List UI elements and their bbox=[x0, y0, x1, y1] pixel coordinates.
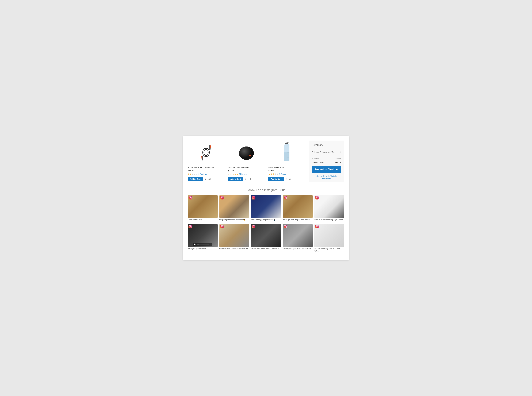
instagram-image-10 bbox=[314, 224, 344, 247]
instagram-caption-2: it's giving summer & coolness 😎 bbox=[219, 219, 249, 221]
svg-point-47 bbox=[286, 197, 286, 197]
svg-rect-8 bbox=[210, 146, 211, 146]
product-card-1: Pursuit Lumaflex™ Tone Band $16.00 ★ ★ ★… bbox=[188, 140, 224, 182]
product-image-1 bbox=[188, 140, 224, 164]
stars-3: ★ ★ ★ ★ ★ bbox=[268, 173, 279, 175]
product-actions-2: Add to Cart ♥ bbox=[228, 177, 265, 181]
instagram-grid-row-1: Finest leather bag it's giving summer & … bbox=[188, 195, 344, 221]
product-image-svg-1 bbox=[199, 142, 213, 163]
instagram-post-9[interactable]: Tie the (friend) knot The sneaker coll..… bbox=[283, 224, 313, 252]
compare-button-1[interactable] bbox=[208, 177, 211, 181]
svg-point-67 bbox=[286, 226, 286, 226]
svg-rect-10 bbox=[210, 147, 211, 148]
svg-rect-11 bbox=[210, 148, 211, 149]
video-overlay-6: ⋮ bbox=[193, 243, 212, 246]
instagram-icon-5 bbox=[315, 196, 319, 199]
svg-rect-21 bbox=[285, 143, 288, 144]
instagram-post-4[interactable]: We've got your 'bag'! Finest leather ... bbox=[283, 195, 313, 221]
instagram-post-5[interactable]: Like...autumn is coming & you are th... bbox=[314, 195, 344, 221]
svg-rect-13 bbox=[209, 179, 210, 180]
compare-icon-2 bbox=[249, 178, 251, 180]
wishlist-button-2[interactable]: ♥ bbox=[245, 177, 247, 181]
svg-rect-6 bbox=[201, 159, 202, 159]
order-total-value: $34.00 bbox=[335, 161, 341, 164]
svg-rect-18 bbox=[249, 179, 249, 180]
instagram-caption-1: Finest leather bag bbox=[188, 219, 218, 221]
reviews-link-3[interactable]: 1 Review bbox=[279, 173, 286, 175]
instagram-image-4 bbox=[283, 195, 313, 218]
svg-point-55 bbox=[191, 226, 191, 226]
wishlist-button-1[interactable]: ♥ bbox=[204, 177, 207, 181]
chevron-down-icon: ∨ bbox=[340, 151, 341, 153]
svg-point-17 bbox=[249, 155, 251, 156]
star-3-5: ★ bbox=[277, 173, 279, 175]
stars-1: ★ ★ ★ ★ ★ bbox=[188, 173, 198, 175]
svg-point-59 bbox=[222, 226, 223, 226]
instagram-image-3 bbox=[251, 195, 281, 218]
products-area: Pursuit Lumaflex™ Tone Band $16.00 ★ ★ ★… bbox=[188, 140, 305, 182]
main-card: Pursuit Lumaflex™ Tone Band $16.00 ★ ★ ★… bbox=[183, 136, 349, 260]
instagram-icon-2 bbox=[220, 196, 223, 199]
star-2-4: ★ bbox=[234, 173, 236, 175]
add-to-cart-button-3[interactable]: Add to Cart bbox=[268, 177, 284, 181]
order-total-row: Order Total $34.00 bbox=[312, 161, 341, 164]
instagram-image-wrap-5 bbox=[314, 195, 344, 218]
instagram-post-1[interactable]: Finest leather bag bbox=[188, 195, 218, 221]
instagram-post-3[interactable]: Some white(s) for girls night 📱 bbox=[251, 195, 281, 221]
progress-bar-6 bbox=[197, 244, 209, 245]
svg-point-51 bbox=[318, 197, 318, 197]
summary-divider bbox=[312, 149, 341, 149]
stars-2: ★ ★ ★ ★ ★ bbox=[228, 173, 238, 175]
svg-point-43 bbox=[254, 197, 254, 197]
instagram-caption-4: We've got your 'bag'! Finest leather ... bbox=[283, 219, 313, 221]
instagram-post-6[interactable]: ⋮ HAve you got the look? bbox=[188, 224, 218, 252]
product-card-3: Affirm Water Bottle $7.00 ★ ★ ★ ★ ★ 1 Re… bbox=[268, 140, 305, 182]
order-total-label: Order Total bbox=[312, 161, 324, 164]
instagram-icon-3 bbox=[252, 196, 255, 199]
reviews-link-2[interactable]: 2 Reviews bbox=[239, 173, 247, 175]
product-name-1: Pursuit Lumaflex™ Tone Band bbox=[188, 166, 224, 169]
shipping-label: Estimate Shipping and Tax bbox=[312, 151, 335, 153]
svg-rect-4 bbox=[201, 157, 202, 158]
instagram-image-wrap-8 bbox=[251, 224, 281, 247]
checkout-button[interactable]: Proceed to Checkout bbox=[312, 166, 341, 173]
add-to-cart-button-2[interactable]: Add to Cart bbox=[228, 177, 243, 181]
star-3-2: ★ bbox=[270, 173, 272, 175]
instagram-post-2[interactable]: it's giving summer & coolness 😎 bbox=[219, 195, 249, 221]
multi-address-link[interactable]: Check Out with Multiple Addresses bbox=[312, 175, 341, 180]
instagram-image-wrap-4 bbox=[283, 195, 313, 218]
instagram-post-7[interactable]: Summer Time - Summer Charm Get t... bbox=[219, 224, 249, 252]
instagram-icon-1 bbox=[188, 196, 192, 199]
compare-button-2[interactable] bbox=[248, 177, 252, 181]
summary-title: Summary bbox=[312, 144, 341, 147]
product-image-svg-3 bbox=[282, 142, 292, 163]
instagram-section-title: Follow us on Instagram - Grid bbox=[188, 188, 344, 192]
reviews-link-1[interactable]: 2 Reviews bbox=[199, 173, 207, 175]
instagram-image-wrap-6: ⋮ bbox=[188, 224, 218, 247]
svg-rect-19 bbox=[250, 179, 250, 180]
instagram-caption-5: Like...autumn is coming & you are th... bbox=[314, 219, 344, 221]
instagram-caption-8: I mean look at that watch - simple el... bbox=[251, 248, 281, 250]
product-name-2: Dual Handle Cardio Ball bbox=[228, 166, 265, 169]
stars-row-3: ★ ★ ★ ★ ★ 1 Review bbox=[268, 173, 305, 175]
instagram-icon-7 bbox=[220, 225, 223, 228]
star-1-2: ★ bbox=[190, 173, 192, 175]
top-section: Pursuit Lumaflex™ Tone Band $16.00 ★ ★ ★… bbox=[188, 140, 344, 182]
wishlist-button-3[interactable]: ♥ bbox=[285, 177, 287, 181]
svg-point-35 bbox=[191, 197, 191, 197]
instagram-post-8[interactable]: I mean look at that watch - simple el... bbox=[251, 224, 281, 252]
instagram-caption-3: Some white(s) for girls night 📱 bbox=[251, 219, 281, 221]
add-to-cart-button-1[interactable]: Add to Cart bbox=[188, 177, 203, 181]
star-2-2: ★ bbox=[230, 173, 232, 175]
svg-rect-29 bbox=[289, 179, 290, 180]
summary-sidebar: Summary Estimate Shipping and Tax ∨ Subt… bbox=[309, 140, 344, 182]
compare-button-3[interactable] bbox=[289, 177, 292, 181]
subtotal-label: Subtotal bbox=[312, 157, 319, 160]
svg-rect-7 bbox=[209, 145, 210, 150]
shipping-row[interactable]: Estimate Shipping and Tax ∨ bbox=[312, 151, 341, 153]
svg-rect-2 bbox=[202, 156, 203, 160]
star-2-3: ★ bbox=[232, 173, 234, 175]
instagram-post-10[interactable]: The Breathe Easy Tank is so soft, ligh..… bbox=[314, 224, 344, 252]
star-3-1: ★ bbox=[268, 173, 270, 175]
product-price-3: $7.00 bbox=[268, 169, 305, 172]
